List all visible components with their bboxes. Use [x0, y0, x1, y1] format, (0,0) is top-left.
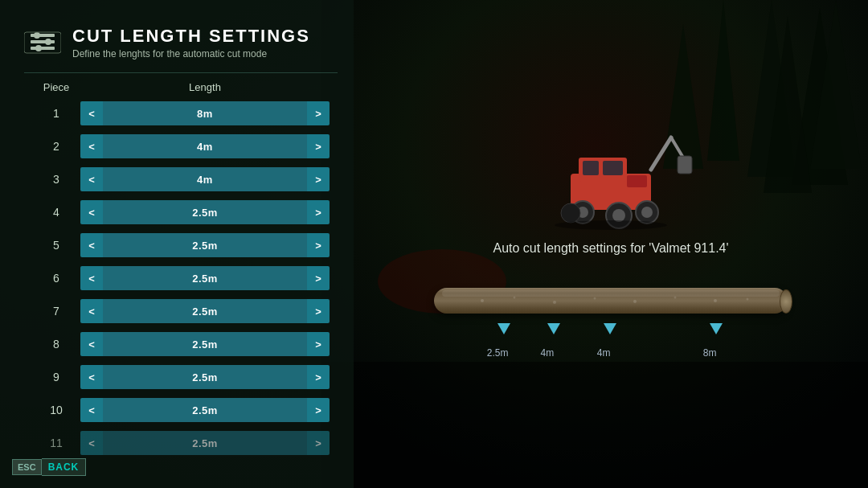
- decrease-button[interactable]: <: [80, 101, 103, 125]
- row-control: < 2.5m >: [80, 332, 330, 356]
- increase-button[interactable]: >: [307, 167, 330, 191]
- decrease-button[interactable]: <: [80, 134, 103, 158]
- row-control: < 2.5m >: [80, 299, 330, 323]
- increase-button[interactable]: >: [307, 266, 330, 290]
- content-area: CUT LENGTH SETTINGS Define the lenghts f…: [0, 0, 868, 488]
- increase-button[interactable]: >: [307, 200, 330, 224]
- row-value: 2.5m: [103, 233, 307, 257]
- row-control: < 4m >: [80, 134, 330, 158]
- svg-point-26: [612, 209, 625, 222]
- svg-line-21: [671, 137, 683, 158]
- log-texture: [434, 288, 788, 314]
- cut-marker: [497, 323, 510, 338]
- row-control: < 2.5m >: [80, 266, 330, 290]
- back-button-area[interactable]: ESC BACK: [12, 458, 86, 476]
- svg-point-33: [514, 296, 516, 298]
- svg-rect-30: [627, 175, 647, 187]
- table-row: 4 < 2.5m >: [24, 197, 338, 228]
- svg-line-20: [651, 137, 671, 170]
- row-value: 2.5m: [103, 431, 307, 455]
- increase-button[interactable]: >: [307, 398, 330, 422]
- svg-point-34: [553, 301, 556, 304]
- row-value: 2.5m: [103, 299, 307, 323]
- increase-button[interactable]: >: [307, 431, 330, 455]
- col-header-length: Length: [80, 81, 330, 93]
- header-divider: [24, 72, 338, 73]
- svg-rect-11: [31, 47, 55, 50]
- col-header-piece: Piece: [32, 81, 80, 93]
- vehicle-image: [522, 125, 699, 230]
- cut-marker: [604, 323, 616, 338]
- cut-label: 4m: [540, 347, 554, 359]
- decrease-button[interactable]: <: [80, 365, 103, 389]
- row-value: 2.5m: [103, 332, 307, 356]
- row-number: 5: [32, 239, 80, 252]
- svg-point-35: [594, 297, 596, 299]
- increase-button[interactable]: >: [307, 233, 330, 257]
- table-row: 11 < 2.5m >: [24, 428, 338, 458]
- svg-point-39: [747, 297, 749, 300]
- cut-marker: [710, 323, 723, 338]
- settings-panel: CUT LENGTH SETTINGS Define the lenghts f…: [0, 0, 354, 488]
- svg-point-32: [481, 299, 484, 302]
- row-value: 2.5m: [103, 398, 307, 422]
- row-value: 2.5m: [103, 200, 307, 224]
- row-number: 2: [32, 140, 80, 153]
- row-control: < 2.5m >: [80, 431, 330, 455]
- gear-icon: [24, 24, 61, 61]
- page-title: CUT LENGTH SETTINGS: [72, 26, 310, 47]
- table-row: 7 < 2.5m >: [24, 296, 338, 326]
- svg-rect-19: [603, 161, 623, 175]
- svg-point-29: [561, 203, 580, 223]
- svg-rect-18: [583, 161, 599, 175]
- increase-button[interactable]: >: [307, 299, 330, 323]
- header: CUT LENGTH SETTINGS Define the lenghts f…: [24, 24, 338, 61]
- svg-point-28: [641, 207, 653, 218]
- row-control: < 4m >: [80, 167, 330, 191]
- vehicle-container: [522, 125, 699, 233]
- header-text: CUT LENGTH SETTINGS Define the lenghts f…: [72, 26, 310, 59]
- table-row: 6 < 2.5m >: [24, 263, 338, 293]
- row-number: 3: [32, 173, 80, 186]
- row-value: 8m: [103, 101, 307, 125]
- cut-labels: 2.5m4m4m8m: [434, 347, 788, 363]
- decrease-button[interactable]: <: [80, 167, 103, 191]
- log-visualization: 2.5m4m4m8m: [426, 288, 796, 363]
- back-label[interactable]: BACK: [42, 458, 87, 476]
- row-number: 4: [32, 206, 80, 219]
- svg-point-37: [674, 296, 677, 298]
- decrease-button[interactable]: <: [80, 431, 103, 455]
- row-value: 2.5m: [103, 266, 307, 290]
- decrease-button[interactable]: <: [80, 398, 103, 422]
- table-row: 1 < 8m >: [24, 98, 338, 129]
- row-value: 4m: [103, 134, 307, 158]
- cut-markers: [434, 323, 788, 347]
- increase-button[interactable]: >: [307, 134, 330, 158]
- row-number: 1: [32, 107, 80, 120]
- row-value: 4m: [103, 167, 307, 191]
- decrease-button[interactable]: <: [80, 266, 103, 290]
- row-control: < 2.5m >: [80, 233, 330, 257]
- decrease-button[interactable]: <: [80, 332, 103, 356]
- column-headers: Piece Length: [24, 81, 338, 98]
- table-row: 8 < 2.5m >: [24, 329, 338, 359]
- cut-label: 8m: [703, 347, 717, 359]
- cut-marker: [547, 323, 560, 338]
- svg-rect-22: [678, 156, 692, 174]
- row-control: < 2.5m >: [80, 398, 330, 422]
- row-control: < 8m >: [80, 101, 330, 125]
- decrease-button[interactable]: <: [80, 233, 103, 257]
- esc-key-label: ESC: [12, 459, 42, 475]
- increase-button[interactable]: >: [307, 332, 330, 356]
- svg-point-38: [714, 299, 717, 302]
- decrease-button[interactable]: <: [80, 299, 103, 323]
- svg-point-36: [633, 300, 637, 303]
- cut-arrow: [497, 323, 510, 334]
- cut-arrow: [710, 323, 723, 334]
- increase-button[interactable]: >: [307, 101, 330, 125]
- increase-button[interactable]: >: [307, 365, 330, 389]
- decrease-button[interactable]: <: [80, 200, 103, 224]
- table-row: 3 < 4m >: [24, 164, 338, 195]
- log-bar: [434, 288, 788, 314]
- row-number: 11: [32, 437, 80, 449]
